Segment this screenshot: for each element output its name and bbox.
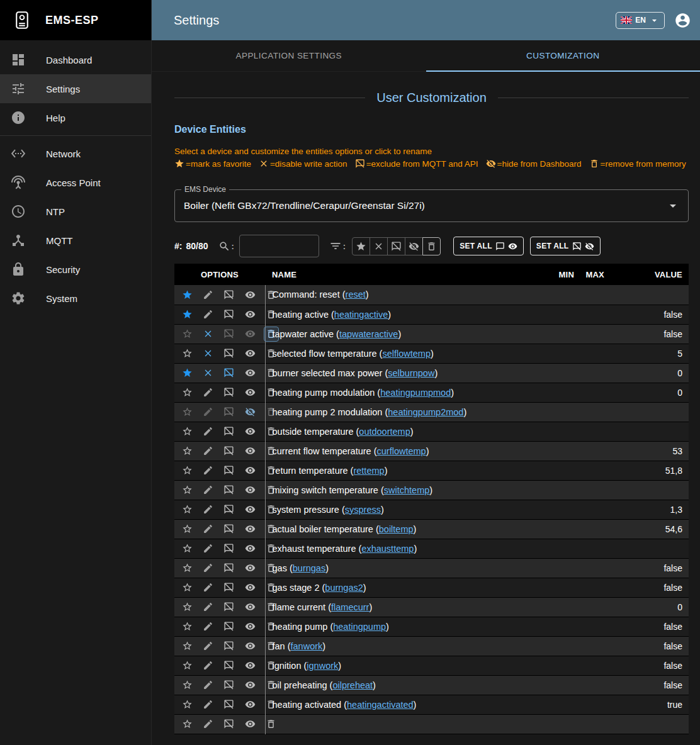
table-row[interactable]: current flow temperature (curflowtemp) 5… xyxy=(174,441,689,461)
favorite-star-icon[interactable] xyxy=(179,444,195,459)
table-row[interactable]: system pressure (syspress) 1,3 xyxy=(174,500,689,519)
entity-name[interactable]: heating pump 2 modulation (heatingpump2m… xyxy=(265,402,549,422)
edit-write-icon[interactable] xyxy=(200,424,215,439)
hide-dashboard-icon[interactable] xyxy=(242,366,257,381)
entity-link[interactable]: boiltemp xyxy=(379,524,414,534)
exclude-mqtt-icon[interactable] xyxy=(222,561,237,576)
filter-deleted-toggle[interactable] xyxy=(422,237,441,255)
favorite-star-icon[interactable] xyxy=(179,405,195,420)
entity-link[interactable]: heatingpumpmod xyxy=(380,388,451,398)
account-icon[interactable] xyxy=(674,12,691,29)
table-row[interactable]: gas stage 2 (burngas2) false xyxy=(174,578,689,597)
hide-dashboard-icon[interactable] xyxy=(242,463,257,478)
filter-hide-dashboard-toggle[interactable] xyxy=(405,237,423,255)
set-all-hide-button[interactable]: SET ALL xyxy=(530,237,601,255)
sidebar-item-access-point[interactable]: Access Point xyxy=(0,168,151,197)
table-row[interactable]: burner selected max power (selburnpow) 0 xyxy=(174,363,689,383)
sidebar-item-dashboard[interactable]: Dashboard xyxy=(0,45,151,74)
favorite-star-icon[interactable] xyxy=(179,287,195,302)
hide-dashboard-icon[interactable] xyxy=(242,287,257,302)
edit-write-icon[interactable] xyxy=(200,561,215,576)
edit-write-icon[interactable] xyxy=(200,502,215,517)
table-row[interactable]: ignition (ignwork) false xyxy=(174,656,689,675)
edit-write-icon[interactable] xyxy=(200,678,215,693)
entity-name[interactable]: exhaust temperature (exhausttemp) xyxy=(265,539,549,558)
remove-memory-icon[interactable] xyxy=(264,405,279,420)
table-row[interactable]: heating pump 2 modulation (heatingpump2m… xyxy=(174,402,689,422)
entity-link[interactable]: selflowtemp xyxy=(382,349,431,359)
edit-write-icon[interactable] xyxy=(200,697,215,712)
hide-dashboard-icon[interactable] xyxy=(242,483,257,498)
favorite-star-icon[interactable] xyxy=(179,580,195,595)
exclude-mqtt-icon[interactable] xyxy=(222,678,237,693)
sidebar-item-settings[interactable]: Settings xyxy=(0,74,151,103)
filter-disable-write-toggle[interactable] xyxy=(370,237,388,255)
hide-dashboard-icon[interactable] xyxy=(242,658,257,673)
favorite-star-icon[interactable] xyxy=(179,463,195,478)
entity-name[interactable]: heating pump (heatingpump) xyxy=(265,617,549,636)
favorite-star-icon[interactable] xyxy=(179,307,195,322)
table-row[interactable]: outside temperature (outdoortemp) xyxy=(174,422,689,441)
sidebar-item-system[interactable]: System xyxy=(0,284,151,313)
hide-dashboard-icon[interactable] xyxy=(242,580,257,595)
entity-name[interactable]: gas (burngas) xyxy=(265,558,549,578)
table-row[interactable]: return temperature (rettemp) 51,8 xyxy=(174,461,689,480)
sidebar-item-help[interactable]: Help xyxy=(0,103,151,132)
table-row[interactable]: exhaust temperature (exhausttemp) xyxy=(174,539,689,558)
disable-write-icon[interactable] xyxy=(200,346,215,361)
edit-write-icon[interactable] xyxy=(200,639,215,654)
disable-write-icon[interactable] xyxy=(200,327,215,342)
exclude-mqtt-icon[interactable] xyxy=(222,483,237,498)
favorite-star-icon[interactable] xyxy=(179,619,195,634)
table-row[interactable]: fan (fanwork) false xyxy=(174,636,689,656)
edit-write-icon[interactable] xyxy=(200,287,215,302)
hide-dashboard-icon[interactable] xyxy=(242,717,257,732)
table-row[interactable] xyxy=(174,714,689,734)
hide-dashboard-icon[interactable] xyxy=(242,405,257,420)
hide-dashboard-icon[interactable] xyxy=(242,327,257,342)
hide-dashboard-icon[interactable] xyxy=(242,600,257,615)
entity-name[interactable]: heating pump modulation (heatingpumpmod) xyxy=(265,383,549,402)
remove-memory-icon[interactable] xyxy=(264,717,279,732)
entity-link[interactable]: flamecurr xyxy=(331,602,369,612)
favorite-star-icon[interactable] xyxy=(179,346,195,361)
favorite-star-icon[interactable] xyxy=(179,561,195,576)
edit-write-icon[interactable] xyxy=(200,483,215,498)
sidebar-item-security[interactable]: Security xyxy=(0,255,151,284)
hide-dashboard-icon[interactable] xyxy=(242,502,257,517)
entity-link[interactable]: exhausttemp xyxy=(361,544,414,554)
exclude-mqtt-icon[interactable] xyxy=(222,717,237,732)
entity-name[interactable]: burner selected max power (selburnpow) xyxy=(265,363,549,383)
favorite-star-icon[interactable] xyxy=(179,483,195,498)
entity-name[interactable]: oil preheating (oilpreheat) xyxy=(265,675,549,695)
exclude-mqtt-icon[interactable] xyxy=(222,346,237,361)
table-row[interactable]: mixing switch temperature (switchtemp) xyxy=(174,480,689,500)
exclude-mqtt-icon[interactable] xyxy=(222,444,237,459)
table-row[interactable]: actual boiler temperature (boiltemp) 54,… xyxy=(174,519,689,539)
exclude-mqtt-icon[interactable] xyxy=(222,600,237,615)
edit-write-icon[interactable] xyxy=(200,522,215,537)
edit-write-icon[interactable] xyxy=(200,444,215,459)
exclude-mqtt-icon[interactable] xyxy=(222,619,237,634)
entity-name[interactable] xyxy=(265,714,549,734)
edit-write-icon[interactable] xyxy=(200,580,215,595)
exclude-mqtt-icon[interactable] xyxy=(222,697,237,712)
entity-name[interactable]: return temperature (rettemp) xyxy=(265,461,549,480)
tab-customization[interactable]: CUSTOMIZATION xyxy=(426,40,700,71)
entity-name[interactable]: mixing switch temperature (switchtemp) xyxy=(265,480,549,500)
table-row[interactable]: gas (burngas) false xyxy=(174,558,689,578)
exclude-mqtt-icon[interactable] xyxy=(222,658,237,673)
favorite-star-icon[interactable] xyxy=(179,385,195,400)
edit-write-icon[interactable] xyxy=(200,619,215,634)
table-row[interactable]: selected flow temperature (selflowtemp) … xyxy=(174,344,689,363)
filter-exclude-mqtt-toggle[interactable] xyxy=(387,237,405,255)
favorite-star-icon[interactable] xyxy=(179,658,195,673)
exclude-mqtt-icon[interactable] xyxy=(222,327,237,342)
entity-link[interactable]: selburnpow xyxy=(388,368,434,378)
favorite-star-icon[interactable] xyxy=(179,522,195,537)
table-row[interactable]: oil preheating (oilpreheat) false xyxy=(174,675,689,695)
entity-name[interactable]: ignition (ignwork) xyxy=(265,656,549,675)
search-input[interactable] xyxy=(239,235,319,257)
hide-dashboard-icon[interactable] xyxy=(242,385,257,400)
entity-name[interactable]: fan (fanwork) xyxy=(265,636,549,656)
